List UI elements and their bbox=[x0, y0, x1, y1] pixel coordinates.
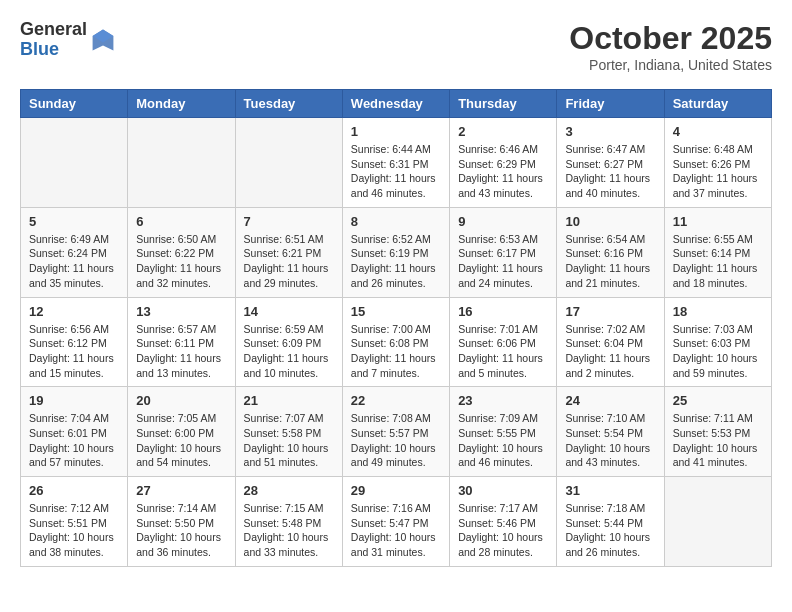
weekday-wednesday: Wednesday bbox=[342, 90, 449, 118]
day-content: Sunrise: 7:15 AM Sunset: 5:48 PM Dayligh… bbox=[244, 501, 334, 560]
day-number: 24 bbox=[565, 393, 655, 408]
day-content: Sunrise: 7:00 AM Sunset: 6:08 PM Dayligh… bbox=[351, 322, 441, 381]
day-content: Sunrise: 7:03 AM Sunset: 6:03 PM Dayligh… bbox=[673, 322, 763, 381]
day-content: Sunrise: 7:02 AM Sunset: 6:04 PM Dayligh… bbox=[565, 322, 655, 381]
day-number: 13 bbox=[136, 304, 226, 319]
day-content: Sunrise: 6:53 AM Sunset: 6:17 PM Dayligh… bbox=[458, 232, 548, 291]
calendar-cell: 22Sunrise: 7:08 AM Sunset: 5:57 PM Dayli… bbox=[342, 387, 449, 477]
day-content: Sunrise: 6:46 AM Sunset: 6:29 PM Dayligh… bbox=[458, 142, 548, 201]
calendar-cell: 11Sunrise: 6:55 AM Sunset: 6:14 PM Dayli… bbox=[664, 207, 771, 297]
day-number: 10 bbox=[565, 214, 655, 229]
calendar-cell: 15Sunrise: 7:00 AM Sunset: 6:08 PM Dayli… bbox=[342, 297, 449, 387]
calendar-cell: 29Sunrise: 7:16 AM Sunset: 5:47 PM Dayli… bbox=[342, 477, 449, 567]
day-content: Sunrise: 6:52 AM Sunset: 6:19 PM Dayligh… bbox=[351, 232, 441, 291]
week-row-1: 1Sunrise: 6:44 AM Sunset: 6:31 PM Daylig… bbox=[21, 118, 772, 208]
calendar-cell: 30Sunrise: 7:17 AM Sunset: 5:46 PM Dayli… bbox=[450, 477, 557, 567]
calendar-cell: 8Sunrise: 6:52 AM Sunset: 6:19 PM Daylig… bbox=[342, 207, 449, 297]
calendar-cell: 27Sunrise: 7:14 AM Sunset: 5:50 PM Dayli… bbox=[128, 477, 235, 567]
day-number: 19 bbox=[29, 393, 119, 408]
logo-blue: Blue bbox=[20, 39, 59, 59]
week-row-5: 26Sunrise: 7:12 AM Sunset: 5:51 PM Dayli… bbox=[21, 477, 772, 567]
day-content: Sunrise: 7:01 AM Sunset: 6:06 PM Dayligh… bbox=[458, 322, 548, 381]
day-number: 16 bbox=[458, 304, 548, 319]
calendar-cell: 4Sunrise: 6:48 AM Sunset: 6:26 PM Daylig… bbox=[664, 118, 771, 208]
day-content: Sunrise: 7:18 AM Sunset: 5:44 PM Dayligh… bbox=[565, 501, 655, 560]
calendar-cell: 31Sunrise: 7:18 AM Sunset: 5:44 PM Dayli… bbox=[557, 477, 664, 567]
calendar-cell: 6Sunrise: 6:50 AM Sunset: 6:22 PM Daylig… bbox=[128, 207, 235, 297]
day-number: 27 bbox=[136, 483, 226, 498]
calendar-cell: 1Sunrise: 6:44 AM Sunset: 6:31 PM Daylig… bbox=[342, 118, 449, 208]
calendar-table: SundayMondayTuesdayWednesdayThursdayFrid… bbox=[20, 89, 772, 567]
week-row-3: 12Sunrise: 6:56 AM Sunset: 6:12 PM Dayli… bbox=[21, 297, 772, 387]
day-number: 15 bbox=[351, 304, 441, 319]
day-number: 21 bbox=[244, 393, 334, 408]
logo: General Blue bbox=[20, 20, 115, 60]
day-content: Sunrise: 7:10 AM Sunset: 5:54 PM Dayligh… bbox=[565, 411, 655, 470]
calendar-cell: 10Sunrise: 6:54 AM Sunset: 6:16 PM Dayli… bbox=[557, 207, 664, 297]
day-content: Sunrise: 6:50 AM Sunset: 6:22 PM Dayligh… bbox=[136, 232, 226, 291]
calendar-subtitle: Porter, Indiana, United States bbox=[569, 57, 772, 73]
calendar-cell bbox=[664, 477, 771, 567]
day-content: Sunrise: 6:44 AM Sunset: 6:31 PM Dayligh… bbox=[351, 142, 441, 201]
day-number: 20 bbox=[136, 393, 226, 408]
day-number: 6 bbox=[136, 214, 226, 229]
day-content: Sunrise: 7:09 AM Sunset: 5:55 PM Dayligh… bbox=[458, 411, 548, 470]
day-number: 26 bbox=[29, 483, 119, 498]
day-number: 4 bbox=[673, 124, 763, 139]
day-number: 7 bbox=[244, 214, 334, 229]
day-content: Sunrise: 6:55 AM Sunset: 6:14 PM Dayligh… bbox=[673, 232, 763, 291]
day-content: Sunrise: 6:57 AM Sunset: 6:11 PM Dayligh… bbox=[136, 322, 226, 381]
day-number: 8 bbox=[351, 214, 441, 229]
day-number: 12 bbox=[29, 304, 119, 319]
day-content: Sunrise: 7:08 AM Sunset: 5:57 PM Dayligh… bbox=[351, 411, 441, 470]
weekday-friday: Friday bbox=[557, 90, 664, 118]
calendar-cell: 12Sunrise: 6:56 AM Sunset: 6:12 PM Dayli… bbox=[21, 297, 128, 387]
calendar-cell: 21Sunrise: 7:07 AM Sunset: 5:58 PM Dayli… bbox=[235, 387, 342, 477]
calendar-cell: 19Sunrise: 7:04 AM Sunset: 6:01 PM Dayli… bbox=[21, 387, 128, 477]
week-row-2: 5Sunrise: 6:49 AM Sunset: 6:24 PM Daylig… bbox=[21, 207, 772, 297]
day-content: Sunrise: 6:51 AM Sunset: 6:21 PM Dayligh… bbox=[244, 232, 334, 291]
weekday-thursday: Thursday bbox=[450, 90, 557, 118]
calendar-cell: 17Sunrise: 7:02 AM Sunset: 6:04 PM Dayli… bbox=[557, 297, 664, 387]
day-content: Sunrise: 7:05 AM Sunset: 6:00 PM Dayligh… bbox=[136, 411, 226, 470]
day-number: 29 bbox=[351, 483, 441, 498]
day-number: 23 bbox=[458, 393, 548, 408]
day-content: Sunrise: 7:07 AM Sunset: 5:58 PM Dayligh… bbox=[244, 411, 334, 470]
day-content: Sunrise: 7:11 AM Sunset: 5:53 PM Dayligh… bbox=[673, 411, 763, 470]
day-number: 3 bbox=[565, 124, 655, 139]
weekday-monday: Monday bbox=[128, 90, 235, 118]
day-content: Sunrise: 6:56 AM Sunset: 6:12 PM Dayligh… bbox=[29, 322, 119, 381]
day-content: Sunrise: 6:54 AM Sunset: 6:16 PM Dayligh… bbox=[565, 232, 655, 291]
day-number: 2 bbox=[458, 124, 548, 139]
day-number: 30 bbox=[458, 483, 548, 498]
calendar-cell: 9Sunrise: 6:53 AM Sunset: 6:17 PM Daylig… bbox=[450, 207, 557, 297]
day-number: 22 bbox=[351, 393, 441, 408]
calendar-title: October 2025 bbox=[569, 20, 772, 57]
calendar-cell: 2Sunrise: 6:46 AM Sunset: 6:29 PM Daylig… bbox=[450, 118, 557, 208]
calendar-cell: 18Sunrise: 7:03 AM Sunset: 6:03 PM Dayli… bbox=[664, 297, 771, 387]
day-content: Sunrise: 6:49 AM Sunset: 6:24 PM Dayligh… bbox=[29, 232, 119, 291]
weekday-saturday: Saturday bbox=[664, 90, 771, 118]
day-number: 14 bbox=[244, 304, 334, 319]
day-number: 9 bbox=[458, 214, 548, 229]
day-content: Sunrise: 6:59 AM Sunset: 6:09 PM Dayligh… bbox=[244, 322, 334, 381]
calendar-cell: 28Sunrise: 7:15 AM Sunset: 5:48 PM Dayli… bbox=[235, 477, 342, 567]
day-number: 5 bbox=[29, 214, 119, 229]
calendar-cell: 3Sunrise: 6:47 AM Sunset: 6:27 PM Daylig… bbox=[557, 118, 664, 208]
weekday-sunday: Sunday bbox=[21, 90, 128, 118]
title-block: October 2025 Porter, Indiana, United Sta… bbox=[569, 20, 772, 73]
day-content: Sunrise: 7:16 AM Sunset: 5:47 PM Dayligh… bbox=[351, 501, 441, 560]
page-header: General Blue October 2025 Porter, Indian… bbox=[20, 20, 772, 73]
weekday-tuesday: Tuesday bbox=[235, 90, 342, 118]
calendar-cell: 23Sunrise: 7:09 AM Sunset: 5:55 PM Dayli… bbox=[450, 387, 557, 477]
day-number: 28 bbox=[244, 483, 334, 498]
calendar-cell bbox=[235, 118, 342, 208]
day-number: 25 bbox=[673, 393, 763, 408]
weekday-header-row: SundayMondayTuesdayWednesdayThursdayFrid… bbox=[21, 90, 772, 118]
day-content: Sunrise: 6:48 AM Sunset: 6:26 PM Dayligh… bbox=[673, 142, 763, 201]
day-content: Sunrise: 7:12 AM Sunset: 5:51 PM Dayligh… bbox=[29, 501, 119, 560]
day-number: 11 bbox=[673, 214, 763, 229]
day-content: Sunrise: 7:17 AM Sunset: 5:46 PM Dayligh… bbox=[458, 501, 548, 560]
calendar-cell: 14Sunrise: 6:59 AM Sunset: 6:09 PM Dayli… bbox=[235, 297, 342, 387]
calendar-cell: 16Sunrise: 7:01 AM Sunset: 6:06 PM Dayli… bbox=[450, 297, 557, 387]
